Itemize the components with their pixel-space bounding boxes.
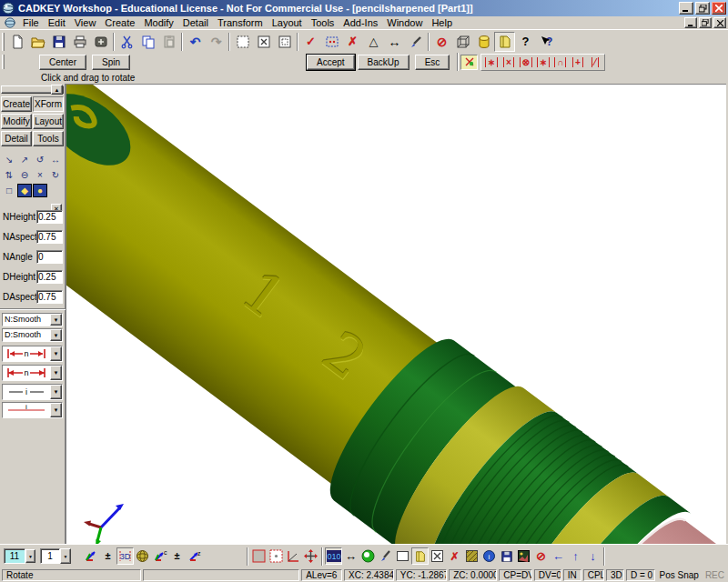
tab-layout[interactable]: Layout: [33, 114, 64, 129]
center-button[interactable]: Center: [39, 55, 86, 70]
viewport[interactable]: 1 2 1 1 2 1 1 2 1: [66, 84, 726, 544]
child-restore-button[interactable]: [699, 17, 712, 28]
globe-button[interactable]: [134, 547, 151, 565]
solid-cube-button[interactable]: [452, 32, 473, 52]
menu-window[interactable]: Window: [382, 17, 427, 29]
stretch-toggle-button[interactable]: ↔: [342, 547, 359, 565]
naspect-input[interactable]: [36, 230, 63, 244]
copy-button[interactable]: [137, 32, 158, 52]
delta-button[interactable]: △: [363, 32, 384, 52]
status-dim[interactable]: 3D: [606, 569, 624, 581]
status-units[interactable]: IN: [563, 569, 581, 581]
dim-style-select-2[interactable]: n ▼: [2, 365, 63, 381]
plot-button[interactable]: [90, 32, 111, 52]
ortho-button[interactable]: [285, 547, 302, 565]
context-help-button[interactable]: ?: [536, 32, 557, 52]
tab-xform[interactable]: XForm: [33, 96, 64, 112]
child-minimize-button[interactable]: [684, 17, 697, 28]
layers-button[interactable]: [494, 32, 515, 52]
dropdown-arrow-icon[interactable]: ▼: [50, 403, 62, 417]
view-axes-button[interactable]: [82, 547, 99, 565]
status-pos-snap[interactable]: Pos Snap: [657, 570, 702, 580]
menu-help[interactable]: Help: [427, 17, 457, 29]
down-view-button[interactable]: ↓: [584, 547, 602, 565]
center-snap-button[interactable]: ⊗: [517, 55, 534, 70]
witness-style-select-2[interactable]: i ▼: [2, 402, 63, 418]
pen-toggle-button[interactable]: [377, 547, 394, 565]
new-file-button[interactable]: [6, 32, 27, 52]
child-close-button[interactable]: [713, 17, 726, 28]
z-axes-button[interactable]: z: [186, 547, 203, 565]
xform-dynamic-button[interactable]: ◆: [17, 184, 32, 197]
xform-scale-button[interactable]: ⇅: [2, 168, 16, 182]
status-cpl[interactable]: CPL: [583, 569, 604, 581]
menu-create[interactable]: Create: [100, 17, 139, 29]
zoom-all-button[interactable]: [253, 32, 274, 52]
spin-button[interactable]: Spin: [92, 55, 130, 70]
level-dropdown-button[interactable]: ▼: [25, 549, 35, 563]
endpoint-snap-button[interactable]: ∗: [482, 55, 500, 70]
close-button[interactable]: [712, 2, 726, 15]
tangent-snap-button[interactable]: ∩: [551, 55, 569, 70]
n-smooth-select[interactable]: N:Smooth ▼: [2, 313, 63, 326]
axes-plusminus-button[interactable]: ±: [99, 547, 116, 565]
level-manager-button[interactable]: [411, 547, 429, 565]
nheight-input[interactable]: [36, 210, 63, 224]
cut-button[interactable]: [116, 32, 137, 52]
xform-project-button[interactable]: ×: [33, 168, 47, 182]
dropdown-arrow-icon[interactable]: ▼: [50, 346, 62, 361]
accept-button[interactable]: Accept: [307, 55, 355, 70]
blank-viewport-button[interactable]: [394, 547, 411, 565]
close-window-button[interactable]: [429, 547, 446, 565]
tab-create[interactable]: Create: [1, 96, 32, 112]
print-button[interactable]: [69, 32, 90, 52]
coordinate-readout-button[interactable]: 010: [325, 547, 342, 565]
back-view-button[interactable]: ←: [550, 547, 567, 565]
dropdown-arrow-icon[interactable]: ▼: [50, 314, 62, 326]
status-light-button[interactable]: [359, 547, 377, 565]
xform-delta-button[interactable]: ↘: [2, 153, 16, 166]
move-mode-button[interactable]: [302, 547, 319, 565]
title-bar[interactable]: CADKEY Workshop - Educational License - …: [0, 0, 728, 16]
no-render-button[interactable]: ⊘: [532, 547, 550, 565]
palette-scroll-up-button[interactable]: ▲: [51, 85, 63, 95]
restore-button[interactable]: [695, 2, 710, 15]
esc-button[interactable]: Esc: [415, 55, 450, 70]
save-view-button[interactable]: [498, 547, 515, 565]
perpendicular-snap-button[interactable]: ⁄: [586, 55, 603, 70]
d-smooth-select[interactable]: D:Smooth ▼: [2, 328, 63, 342]
view-3d-button[interactable]: 3D: [116, 547, 134, 565]
dim-style-select-1[interactable]: n ▼: [2, 346, 63, 362]
grid-display-button[interactable]: [250, 547, 268, 565]
zoom-window-button[interactable]: [274, 32, 295, 52]
render-image-button[interactable]: [515, 547, 532, 565]
menu-file[interactable]: File: [18, 17, 44, 29]
status-alev[interactable]: ALev=6: [301, 569, 342, 581]
extrude-button[interactable]: [473, 32, 494, 52]
dropdown-arrow-icon[interactable]: ▼: [50, 366, 62, 380]
menu-addins[interactable]: Add-Ins: [339, 17, 382, 29]
delete-entity-button[interactable]: ✗: [446, 547, 463, 565]
tab-tools[interactable]: Tools: [33, 131, 64, 146]
stretch-button[interactable]: ↔: [384, 32, 405, 52]
xform-rotate-button[interactable]: ↺: [33, 153, 47, 166]
toolbar-grip[interactable]: [2, 55, 5, 69]
hatch-button[interactable]: [463, 547, 480, 565]
menu-detail[interactable]: Detail: [178, 17, 213, 29]
cplane-axes-button[interactable]: c: [151, 547, 168, 565]
along-snap-button[interactable]: ∗: [534, 55, 551, 70]
menu-tools[interactable]: Tools: [307, 17, 339, 29]
delete-button[interactable]: ✗: [342, 32, 363, 52]
xform-mirror-button[interactable]: ↔: [48, 153, 63, 166]
xform-spin-button[interactable]: ↻: [48, 168, 63, 182]
no-verify-button[interactable]: ⊘: [431, 32, 452, 52]
backup-button[interactable]: BackUp: [358, 55, 410, 70]
verify-button[interactable]: ✓: [300, 32, 321, 52]
cplane-plusminus-button[interactable]: ±: [168, 547, 186, 565]
status-d[interactable]: D = 0: [626, 569, 655, 581]
save-button[interactable]: [48, 32, 69, 52]
world-info-button[interactable]: i: [480, 547, 498, 565]
position-snap-button[interactable]: [460, 55, 478, 70]
xform-copy-button[interactable]: ↗: [17, 153, 32, 166]
view-dropdown-button[interactable]: ▼: [60, 548, 71, 564]
